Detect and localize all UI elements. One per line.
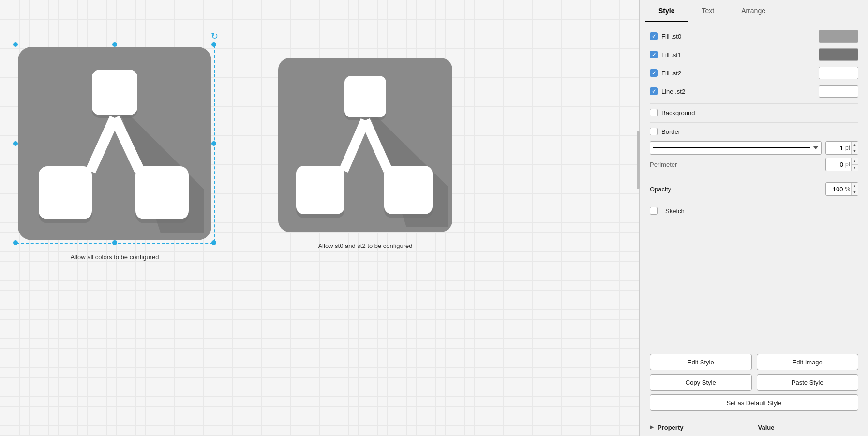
border-spin-down[interactable]: ▼	[852, 148, 858, 155]
background-row: Background	[650, 109, 858, 116]
line-st2-swatch[interactable]	[819, 85, 858, 98]
fill-st0-swatch[interactable]	[819, 30, 858, 43]
opacity-input[interactable]: 100 % ▲ ▼	[825, 182, 858, 196]
value-col-header: Value	[758, 424, 859, 431]
border-controls-row: 1 pt ▲ ▼	[650, 141, 858, 155]
shape1-svg	[15, 44, 214, 243]
divider4	[650, 202, 858, 202]
fill-st0-row: Fill .st0	[650, 30, 858, 43]
sketch-row: Sketch	[650, 207, 858, 215]
fill-st2-checkbox[interactable]	[650, 69, 658, 77]
border-pt-unit: pt	[845, 145, 850, 151]
fill-st1-checkbox[interactable]	[650, 51, 658, 58]
border-checkbox[interactable]	[650, 128, 658, 135]
opacity-spin-up[interactable]: ▲	[852, 183, 858, 189]
handle-tm[interactable]	[112, 42, 117, 47]
border-pt-value: 1	[826, 145, 845, 152]
border-spinners[interactable]: ▲ ▼	[851, 142, 858, 154]
handle-bl[interactable]	[13, 240, 18, 245]
dropdown-arrow-icon	[813, 146, 818, 149]
property-chevron-icon[interactable]: ▶	[650, 424, 654, 431]
opacity-unit: %	[845, 186, 850, 192]
svg-rect-8	[39, 166, 92, 219]
tab-arrange[interactable]: Arrange	[728, 0, 779, 22]
opacity-label: Opacity	[650, 186, 825, 193]
property-table: ▶ Property Value	[640, 419, 868, 436]
handle-mr[interactable]	[211, 141, 216, 146]
line-st2-checkbox[interactable]	[650, 87, 658, 95]
sketch-checkbox[interactable]	[650, 207, 658, 215]
divider2	[650, 122, 858, 123]
edit-image-button[interactable]: Edit Image	[757, 354, 859, 370]
handle-bm[interactable]	[112, 240, 117, 245]
edit-style-button[interactable]: Edit Style	[650, 354, 752, 370]
handle-ml[interactable]	[13, 141, 18, 146]
perimeter-value: 0	[826, 161, 845, 168]
opacity-spinners[interactable]: ▲ ▼	[851, 183, 858, 195]
right-panel: Style Text Arrange Fill .st0 Fill .st1	[640, 0, 868, 436]
shape2-container: Allow st0 and st2 to be configured	[276, 56, 455, 249]
paste-style-button[interactable]: Paste Style	[757, 374, 859, 391]
fill-st1-row: Fill .st1	[650, 48, 858, 61]
background-checkbox[interactable]	[650, 109, 658, 116]
btn-row-1: Edit Style Edit Image	[650, 354, 858, 370]
action-buttons-area: Edit Style Edit Image Copy Style Paste S…	[640, 348, 868, 419]
btn-row-2: Copy Style Paste Style	[650, 374, 858, 391]
border-header-row: Border	[650, 128, 858, 135]
border-checkbox-area: Border	[650, 128, 858, 135]
border-pt-input[interactable]: 1 pt ▲ ▼	[825, 141, 858, 155]
fill-st0-label: Fill .st0	[661, 33, 681, 40]
fill-st2-label: Fill .st2	[661, 70, 681, 77]
perimeter-spin-up[interactable]: ▲	[852, 158, 858, 165]
fill-st1-label: Fill .st1	[661, 51, 681, 58]
canvas-area[interactable]: ↻	[0, 0, 640, 436]
svg-rect-17	[344, 76, 386, 117]
tab-text[interactable]: Text	[688, 0, 728, 22]
fill-st2-swatch[interactable]	[819, 67, 858, 79]
property-table-header: ▶ Property Value	[640, 419, 868, 436]
opacity-row: Opacity 100 % ▲ ▼	[650, 182, 858, 196]
border-spin-up[interactable]: ▲	[852, 142, 858, 148]
line-st2-row: Line .st2	[650, 85, 858, 98]
border-label: Border	[661, 128, 680, 135]
line-st2-checkbox-area: Line .st2	[650, 87, 819, 95]
svg-rect-18	[296, 166, 344, 214]
tab-style[interactable]: Style	[645, 0, 688, 22]
divider3	[650, 177, 858, 177]
property-col-header: Property	[658, 424, 758, 431]
border-section: Border 1 pt ▲ ▼ Perimeter	[650, 128, 858, 171]
border-line-dropdown[interactable]	[650, 141, 822, 155]
svg-rect-7	[92, 70, 137, 115]
fill-st0-checkbox[interactable]	[650, 32, 658, 40]
set-default-button[interactable]: Set as Default Style	[650, 394, 858, 411]
selected-box[interactable]: ↻	[15, 44, 215, 244]
fill-st0-checkbox-area: Fill .st0	[650, 32, 819, 40]
divider1	[650, 103, 858, 104]
fill-st1-swatch[interactable]	[819, 48, 858, 61]
perimeter-spin-down[interactable]: ▼	[852, 165, 858, 171]
fill-st2-row: Fill .st2	[650, 67, 858, 79]
perimeter-row: Perimeter 0 pt ▲ ▼	[650, 158, 858, 171]
perimeter-spinners[interactable]: ▲ ▼	[851, 158, 858, 171]
scroll-area	[636, 0, 640, 436]
background-label: Background	[661, 109, 695, 116]
rotate-handle[interactable]: ↻	[211, 31, 221, 41]
shape2-label: Allow st0 and st2 to be configured	[276, 242, 455, 249]
opacity-spin-down[interactable]: ▼	[852, 189, 858, 196]
handle-br[interactable]	[211, 240, 216, 245]
copy-style-button[interactable]: Copy Style	[650, 374, 752, 391]
tabs-container: Style Text Arrange	[640, 0, 868, 22]
svg-rect-9	[135, 166, 189, 219]
shape1-label: Allow all colors to be configured	[15, 253, 215, 261]
panel-content: Fill .st0 Fill .st1 Fill .st2 Line .st	[640, 22, 868, 348]
handle-tr[interactable]	[211, 42, 216, 47]
shape2-svg[interactable]	[276, 56, 455, 234]
perimeter-unit: pt	[845, 161, 850, 168]
perimeter-input[interactable]: 0 pt ▲ ▼	[825, 158, 858, 171]
background-checkbox-area: Background	[650, 109, 858, 116]
fill-st2-checkbox-area: Fill .st2	[650, 69, 819, 77]
opacity-value: 100	[826, 186, 845, 193]
handle-tl[interactable]	[13, 42, 18, 47]
shape1-container: ↻	[15, 44, 215, 261]
svg-rect-19	[384, 166, 433, 214]
